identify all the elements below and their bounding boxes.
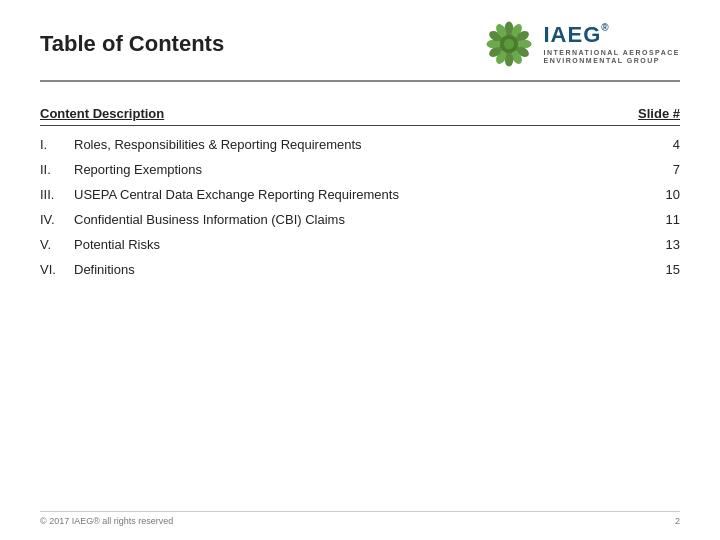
- toc-slide-number: 7: [620, 162, 680, 177]
- toc-numeral: I.: [40, 137, 68, 152]
- header: Table of Contents: [40, 0, 680, 82]
- toc-slide-number: 4: [620, 137, 680, 152]
- toc-row: IV. Confidential Business Information (C…: [40, 207, 680, 232]
- toc-numeral: IV.: [40, 212, 68, 227]
- toc-slide-number: 11: [620, 212, 680, 227]
- toc-row: I. Roles, Responsibilities & Reporting R…: [40, 132, 680, 157]
- toc-row-left: III. USEPA Central Data Exchange Reporti…: [40, 187, 399, 202]
- page-title: Table of Contents: [40, 31, 224, 57]
- toc-numeral: III.: [40, 187, 68, 202]
- toc-row-left: I. Roles, Responsibilities & Reporting R…: [40, 137, 362, 152]
- toc-row: II. Reporting Exemptions 7: [40, 157, 680, 182]
- toc-slide-number: 15: [620, 262, 680, 277]
- footer: © 2017 IAEG® all rights reserved 2: [40, 511, 680, 526]
- logo-text: IAEG® INTERNATIONAL AEROSPACE ENVIRONMEN…: [543, 22, 680, 65]
- toc-label: USEPA Central Data Exchange Reporting Re…: [74, 187, 399, 202]
- toc-label: Definitions: [74, 262, 135, 277]
- toc-label: Roles, Responsibilities & Reporting Requ…: [74, 137, 362, 152]
- toc-label: Potential Risks: [74, 237, 160, 252]
- iaeg-emblem-icon: [483, 18, 535, 70]
- toc-row-left: II. Reporting Exemptions: [40, 162, 202, 177]
- toc-slide-number: 13: [620, 237, 680, 252]
- toc-row: V. Potential Risks 13: [40, 232, 680, 257]
- toc-numeral: VI.: [40, 262, 68, 277]
- toc-label: Confidential Business Information (CBI) …: [74, 212, 345, 227]
- page: Table of Contents: [0, 0, 720, 540]
- logo-registered: ®: [601, 22, 609, 34]
- toc-row: III. USEPA Central Data Exchange Reporti…: [40, 182, 680, 207]
- toc-row-left: VI. Definitions: [40, 262, 135, 277]
- toc-rows: I. Roles, Responsibilities & Reporting R…: [40, 132, 680, 282]
- logo-area: IAEG® INTERNATIONAL AEROSPACE ENVIRONMEN…: [483, 18, 680, 70]
- toc-row-left: V. Potential Risks: [40, 237, 160, 252]
- svg-point-14: [504, 39, 514, 49]
- footer-copyright: © 2017 IAEG® all rights reserved: [40, 516, 173, 526]
- logo-line2: ENVIRONMENTAL GROUP: [543, 57, 680, 65]
- toc-numeral: II.: [40, 162, 68, 177]
- toc-label: Reporting Exemptions: [74, 162, 202, 177]
- toc-header-row: Content Description Slide #: [40, 106, 680, 126]
- footer-page-number: 2: [675, 516, 680, 526]
- toc-numeral: V.: [40, 237, 68, 252]
- logo-line1: INTERNATIONAL AEROSPACE: [543, 49, 680, 57]
- toc-row-left: IV. Confidential Business Information (C…: [40, 212, 345, 227]
- toc-table: Content Description Slide # I. Roles, Re…: [40, 106, 680, 540]
- logo-iaeg-label: IAEG: [543, 22, 601, 48]
- col-description-header: Content Description: [40, 106, 164, 121]
- toc-row: VI. Definitions 15: [40, 257, 680, 282]
- col-slide-header: Slide #: [620, 106, 680, 121]
- toc-slide-number: 10: [620, 187, 680, 202]
